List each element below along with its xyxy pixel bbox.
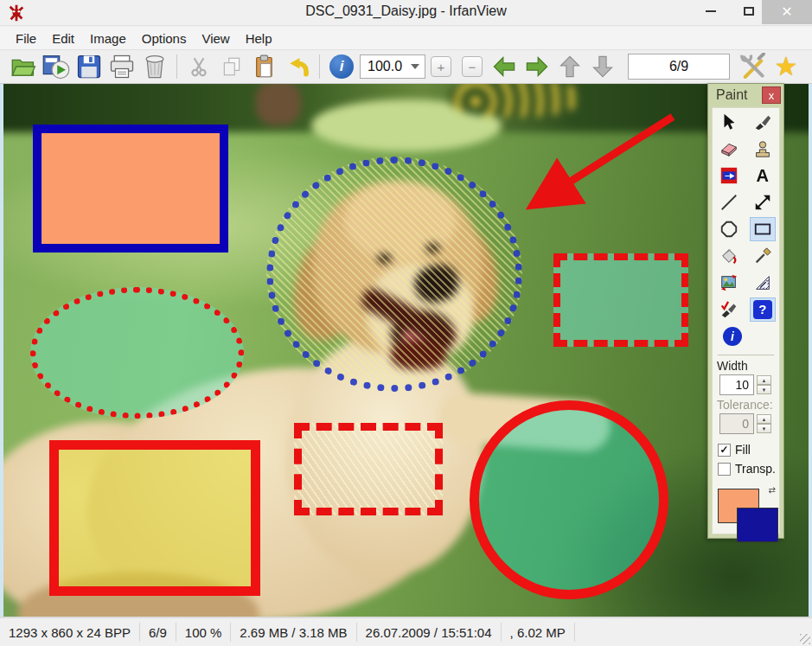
- pointer-icon: [719, 112, 738, 131]
- spin-up-icon: ▲: [757, 414, 771, 424]
- star-icon: ★: [775, 54, 798, 80]
- measure-tool-button[interactable]: [750, 271, 776, 295]
- ellipse-tool-button[interactable]: [716, 217, 742, 241]
- paintbrush-tool-button[interactable]: [750, 110, 776, 134]
- minimize-button[interactable]: [693, 0, 729, 22]
- background-color-swatch[interactable]: [737, 508, 778, 542]
- maximize-icon: [744, 7, 754, 16]
- help-tool-button[interactable]: ?: [750, 297, 776, 322]
- paint-palette: Paint x: [707, 83, 784, 539]
- painted-circle-hatched: [266, 157, 522, 392]
- transp-checkbox[interactable]: [718, 463, 731, 476]
- menu-edit[interactable]: Edit: [45, 29, 81, 48]
- tolerance-spinner-row: 0 ▲ ▼: [713, 413, 779, 435]
- title-bar[interactable]: DSC_0931_Daisy.jpg - IrfanView ✕: [0, 0, 812, 26]
- menu-help[interactable]: Help: [239, 29, 279, 48]
- undo-button[interactable]: [281, 52, 314, 81]
- spin-down-icon: ▼: [757, 424, 771, 433]
- print-button[interactable]: [105, 52, 138, 81]
- pointer-tool-button[interactable]: [716, 110, 742, 134]
- tools-icon: [739, 53, 767, 80]
- spin-up-icon[interactable]: ▲: [757, 375, 771, 385]
- zoom-in-button[interactable]: +: [431, 56, 451, 77]
- first-file-button[interactable]: [553, 52, 586, 81]
- palette-close-button[interactable]: x: [762, 86, 781, 104]
- clone-stamp-tool-button[interactable]: [750, 137, 776, 161]
- width-spinner: ▲ ▼: [757, 375, 771, 394]
- brush-cleaner-tool-button[interactable]: [716, 297, 742, 322]
- delete-button[interactable]: [138, 52, 171, 81]
- tolerance-input: 0: [719, 413, 754, 434]
- info-button[interactable]: i: [325, 52, 358, 81]
- color-picker-tool-button[interactable]: [750, 244, 776, 268]
- status-bar: 1293 x 860 x 24 BPP 6/9 100 % 2.69 MB / …: [0, 618, 812, 646]
- fill-check-row: ✓ Fill: [713, 440, 779, 459]
- save-button[interactable]: [73, 52, 105, 81]
- line-tool-button[interactable]: [716, 190, 742, 214]
- previous-file-button[interactable]: [488, 52, 521, 81]
- zoom-combobox[interactable]: 100.0: [360, 54, 425, 79]
- window-border-left: [0, 84, 3, 617]
- plus-icon: +: [438, 60, 445, 74]
- status-zoom: 100 %: [176, 623, 232, 642]
- chevron-down-icon: [411, 64, 419, 69]
- paste-icon: [253, 54, 277, 80]
- fill-checkbox[interactable]: ✓: [718, 444, 731, 457]
- image-canvas[interactable]: [0, 84, 812, 617]
- slideshow-button[interactable]: [40, 52, 73, 81]
- toolbar-separator: [319, 54, 320, 79]
- arrow-right-icon: [524, 54, 550, 79]
- painted-rectangle-salmon: [33, 125, 228, 253]
- open-button[interactable]: [7, 52, 40, 81]
- paste-button[interactable]: [248, 52, 281, 81]
- width-input[interactable]: 10: [719, 374, 754, 395]
- swap-colors-icon[interactable]: ⇄: [769, 485, 776, 495]
- painted-rectangle-dashed-hatched: [294, 423, 443, 515]
- arrow-tool-button[interactable]: [750, 190, 776, 214]
- eraser-tool-button[interactable]: [716, 137, 742, 161]
- eyedropper-icon: [753, 246, 772, 265]
- menu-view[interactable]: View: [195, 29, 236, 48]
- painted-rectangle-dashdot-teal: [553, 253, 688, 347]
- spin-down-icon[interactable]: ▼: [757, 385, 771, 394]
- rectangle-tool-button[interactable]: [750, 217, 776, 241]
- fill-bucket-icon: [719, 246, 738, 265]
- effects-image-icon: [719, 273, 738, 292]
- painted-ellipse-dotted-teal: [30, 287, 244, 419]
- copy-button[interactable]: [215, 52, 248, 81]
- last-file-button[interactable]: [586, 52, 619, 81]
- copy-icon: [221, 55, 243, 78]
- palette-body: A: [712, 107, 780, 534]
- status-file-size: 2.69 MB / 3.18 MB: [231, 623, 356, 642]
- effects-tool-button[interactable]: [716, 271, 742, 295]
- cut-button[interactable]: [182, 52, 215, 81]
- properties-button[interactable]: [737, 52, 770, 81]
- zoom-out-button[interactable]: −: [462, 56, 483, 77]
- fill-tool-button[interactable]: [716, 244, 742, 268]
- close-icon: ✕: [781, 5, 792, 19]
- arrow-left-icon: [491, 54, 517, 79]
- painted-arrow: [515, 101, 687, 231]
- special-selection-tool-button[interactable]: [716, 163, 742, 188]
- text-tool-button[interactable]: A: [750, 163, 776, 188]
- palette-info-button[interactable]: i: [719, 324, 745, 349]
- menu-bar: File Edit Image Options View Help: [0, 27, 812, 50]
- page-index-field[interactable]: 6/9: [628, 54, 730, 80]
- close-button[interactable]: ✕: [762, 0, 812, 24]
- menu-image[interactable]: Image: [83, 29, 133, 48]
- palette-header[interactable]: Paint x: [708, 84, 783, 106]
- favorites-button[interactable]: ★: [770, 52, 802, 81]
- save-icon: [76, 54, 102, 80]
- minus-icon: −: [469, 60, 476, 74]
- menu-options[interactable]: Options: [135, 29, 194, 48]
- line-icon: [719, 193, 738, 212]
- undo-icon: [285, 54, 310, 80]
- printer-icon: [108, 54, 136, 80]
- clone-stamp-icon: [753, 139, 772, 158]
- resize-grip[interactable]: [800, 634, 810, 644]
- toolbar-separator: [176, 54, 177, 79]
- next-file-button[interactable]: [521, 52, 553, 81]
- open-folder-icon: [10, 54, 37, 79]
- menu-file[interactable]: File: [9, 29, 43, 48]
- paintbrush-icon: [753, 112, 772, 131]
